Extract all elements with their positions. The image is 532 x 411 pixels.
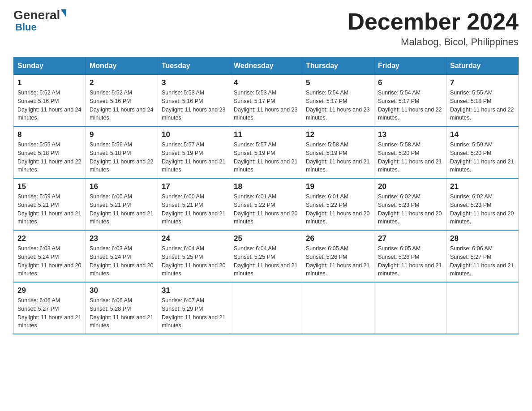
day-info: Sunrise: 6:01 AM Sunset: 5:22 PM Dayligh… xyxy=(306,193,370,226)
calendar-week-row: 8 Sunrise: 5:55 AM Sunset: 5:18 PM Dayli… xyxy=(14,126,519,178)
calendar-cell: 6 Sunrise: 5:54 AM Sunset: 5:17 PM Dayli… xyxy=(374,75,446,127)
day-number: 23 xyxy=(90,234,154,243)
calendar-cell: 24 Sunrise: 6:04 AM Sunset: 5:25 PM Dayl… xyxy=(158,230,230,282)
day-info: Sunrise: 5:55 AM Sunset: 5:18 PM Dayligh… xyxy=(17,141,82,174)
calendar-cell: 2 Sunrise: 5:52 AM Sunset: 5:16 PM Dayli… xyxy=(86,75,158,127)
day-info: Sunrise: 6:05 AM Sunset: 5:26 PM Dayligh… xyxy=(378,244,442,278)
day-number: 13 xyxy=(378,130,442,139)
calendar-cell: 30 Sunrise: 6:06 AM Sunset: 5:28 PM Dayl… xyxy=(86,282,158,334)
calendar-title: December 2024 xyxy=(348,9,519,34)
calendar-cell: 8 Sunrise: 5:55 AM Sunset: 5:18 PM Dayli… xyxy=(14,126,86,178)
day-number: 17 xyxy=(162,182,226,191)
calendar-cell: 17 Sunrise: 6:00 AM Sunset: 5:21 PM Dayl… xyxy=(158,178,230,230)
calendar-week-row: 1 Sunrise: 5:52 AM Sunset: 5:16 PM Dayli… xyxy=(14,75,519,127)
calendar-week-row: 29 Sunrise: 6:06 AM Sunset: 5:27 PM Dayl… xyxy=(14,282,519,334)
logo: General Blue xyxy=(13,9,66,33)
day-info: Sunrise: 5:53 AM Sunset: 5:16 PM Dayligh… xyxy=(162,89,226,122)
calendar-cell: 20 Sunrise: 6:02 AM Sunset: 5:23 PM Dayl… xyxy=(374,178,446,230)
calendar-cell xyxy=(230,282,302,334)
calendar-cell: 31 Sunrise: 6:07 AM Sunset: 5:29 PM Dayl… xyxy=(158,282,230,334)
calendar-subtitle: Malabog, Bicol, Philippines xyxy=(348,36,519,48)
calendar-cell: 25 Sunrise: 6:04 AM Sunset: 5:25 PM Dayl… xyxy=(230,230,302,282)
calendar-cell: 11 Sunrise: 5:57 AM Sunset: 5:19 PM Dayl… xyxy=(230,126,302,178)
calendar-header-tuesday: Tuesday xyxy=(158,57,230,75)
calendar-cell: 15 Sunrise: 5:59 AM Sunset: 5:21 PM Dayl… xyxy=(14,178,86,230)
day-number: 10 xyxy=(162,130,226,139)
calendar-cell xyxy=(374,282,446,334)
day-info: Sunrise: 6:06 AM Sunset: 5:27 PM Dayligh… xyxy=(17,296,82,330)
day-number: 21 xyxy=(450,182,515,191)
logo-arrow-icon xyxy=(61,9,66,17)
day-number: 24 xyxy=(162,234,226,243)
calendar-cell: 23 Sunrise: 6:03 AM Sunset: 5:24 PM Dayl… xyxy=(86,230,158,282)
calendar-header-thursday: Thursday xyxy=(302,57,374,75)
day-number: 2 xyxy=(90,78,154,87)
day-info: Sunrise: 5:54 AM Sunset: 5:17 PM Dayligh… xyxy=(306,89,370,122)
calendar-cell: 28 Sunrise: 6:06 AM Sunset: 5:27 PM Dayl… xyxy=(446,230,519,282)
day-number: 29 xyxy=(17,286,82,295)
day-info: Sunrise: 6:00 AM Sunset: 5:21 PM Dayligh… xyxy=(162,193,226,226)
day-info: Sunrise: 5:53 AM Sunset: 5:17 PM Dayligh… xyxy=(234,89,298,122)
calendar-cell: 27 Sunrise: 6:05 AM Sunset: 5:26 PM Dayl… xyxy=(374,230,446,282)
day-number: 4 xyxy=(234,78,298,87)
logo-blue-text: Blue xyxy=(15,21,37,33)
calendar-cell: 16 Sunrise: 6:00 AM Sunset: 5:21 PM Dayl… xyxy=(86,178,158,230)
day-info: Sunrise: 6:06 AM Sunset: 5:27 PM Dayligh… xyxy=(450,244,515,278)
day-info: Sunrise: 5:58 AM Sunset: 5:19 PM Dayligh… xyxy=(306,141,370,174)
calendar-cell: 9 Sunrise: 5:56 AM Sunset: 5:18 PM Dayli… xyxy=(86,126,158,178)
day-info: Sunrise: 6:07 AM Sunset: 5:29 PM Dayligh… xyxy=(162,296,226,330)
day-number: 11 xyxy=(234,130,298,139)
calendar-header-wednesday: Wednesday xyxy=(230,57,302,75)
day-info: Sunrise: 5:52 AM Sunset: 5:16 PM Dayligh… xyxy=(90,89,154,122)
logo-general-text: General xyxy=(13,9,60,21)
day-info: Sunrise: 6:02 AM Sunset: 5:23 PM Dayligh… xyxy=(450,193,515,226)
calendar-table: SundayMondayTuesdayWednesdayThursdayFrid… xyxy=(13,57,519,334)
calendar-header-friday: Friday xyxy=(374,57,446,75)
day-info: Sunrise: 5:55 AM Sunset: 5:18 PM Dayligh… xyxy=(450,89,515,122)
day-number: 15 xyxy=(17,182,82,191)
calendar-cell: 22 Sunrise: 6:03 AM Sunset: 5:24 PM Dayl… xyxy=(14,230,86,282)
calendar-cell: 13 Sunrise: 5:58 AM Sunset: 5:20 PM Dayl… xyxy=(374,126,446,178)
day-info: Sunrise: 6:06 AM Sunset: 5:28 PM Dayligh… xyxy=(90,296,154,330)
day-info: Sunrise: 6:05 AM Sunset: 5:26 PM Dayligh… xyxy=(306,244,370,278)
calendar-cell: 12 Sunrise: 5:58 AM Sunset: 5:19 PM Dayl… xyxy=(302,126,374,178)
day-info: Sunrise: 5:59 AM Sunset: 5:21 PM Dayligh… xyxy=(17,193,82,226)
day-number: 27 xyxy=(378,234,442,243)
calendar-cell: 1 Sunrise: 5:52 AM Sunset: 5:16 PM Dayli… xyxy=(14,75,86,127)
day-number: 20 xyxy=(378,182,442,191)
day-number: 3 xyxy=(162,78,226,87)
calendar-cell: 29 Sunrise: 6:06 AM Sunset: 5:27 PM Dayl… xyxy=(14,282,86,334)
day-info: Sunrise: 5:54 AM Sunset: 5:17 PM Dayligh… xyxy=(378,89,442,122)
day-info: Sunrise: 6:02 AM Sunset: 5:23 PM Dayligh… xyxy=(378,193,442,226)
day-number: 14 xyxy=(450,130,515,139)
day-number: 30 xyxy=(90,286,154,295)
calendar-cell: 3 Sunrise: 5:53 AM Sunset: 5:16 PM Dayli… xyxy=(158,75,230,127)
day-info: Sunrise: 6:01 AM Sunset: 5:22 PM Dayligh… xyxy=(234,193,298,226)
calendar-cell: 26 Sunrise: 6:05 AM Sunset: 5:26 PM Dayl… xyxy=(302,230,374,282)
calendar-cell: 10 Sunrise: 5:57 AM Sunset: 5:19 PM Dayl… xyxy=(158,126,230,178)
calendar-cell: 4 Sunrise: 5:53 AM Sunset: 5:17 PM Dayli… xyxy=(230,75,302,127)
calendar-header-monday: Monday xyxy=(86,57,158,75)
day-number: 1 xyxy=(17,78,82,87)
calendar-cell: 5 Sunrise: 5:54 AM Sunset: 5:17 PM Dayli… xyxy=(302,75,374,127)
day-number: 12 xyxy=(306,130,370,139)
calendar-header-row: SundayMondayTuesdayWednesdayThursdayFrid… xyxy=(14,57,519,75)
day-info: Sunrise: 5:52 AM Sunset: 5:16 PM Dayligh… xyxy=(17,89,82,122)
day-number: 8 xyxy=(17,130,82,139)
day-number: 5 xyxy=(306,78,370,87)
day-info: Sunrise: 6:04 AM Sunset: 5:25 PM Dayligh… xyxy=(234,244,298,278)
day-number: 18 xyxy=(234,182,298,191)
day-number: 31 xyxy=(162,286,226,295)
calendar-cell: 19 Sunrise: 6:01 AM Sunset: 5:22 PM Dayl… xyxy=(302,178,374,230)
day-info: Sunrise: 5:58 AM Sunset: 5:20 PM Dayligh… xyxy=(378,141,442,174)
calendar-cell: 18 Sunrise: 6:01 AM Sunset: 5:22 PM Dayl… xyxy=(230,178,302,230)
calendar-cell xyxy=(446,282,519,334)
calendar-cell: 14 Sunrise: 5:59 AM Sunset: 5:20 PM Dayl… xyxy=(446,126,519,178)
day-info: Sunrise: 5:57 AM Sunset: 5:19 PM Dayligh… xyxy=(234,141,298,174)
day-info: Sunrise: 6:00 AM Sunset: 5:21 PM Dayligh… xyxy=(90,193,154,226)
calendar-header-sunday: Sunday xyxy=(14,57,86,75)
day-info: Sunrise: 5:56 AM Sunset: 5:18 PM Dayligh… xyxy=(90,141,154,174)
calendar-cell: 7 Sunrise: 5:55 AM Sunset: 5:18 PM Dayli… xyxy=(446,75,519,127)
day-number: 16 xyxy=(90,182,154,191)
page-header: General Blue December 2024 Malabog, Bico… xyxy=(13,9,519,48)
